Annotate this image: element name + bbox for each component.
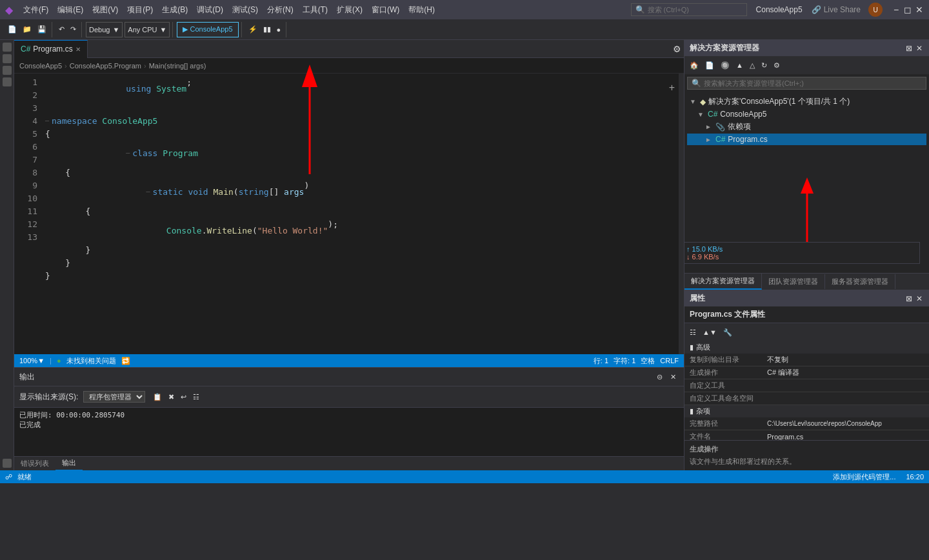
tab-close-btn[interactable]: ✕ [75,46,81,53]
se-tree: ▼ ◆ 解决方案'ConsoleApp5'(1 个项目/共 1 个) ▼ C# … [684,92,929,273]
open-btn[interactable]: 📁 [20,22,34,37]
prop-header: 属性 ⊠ ✕ [684,290,929,306]
live-share-button[interactable]: 🔗 Live Share [812,5,861,14]
se-tb-btn-6[interactable]: ↻ [759,57,770,73]
prop-build-value[interactable]: C# 编译器 [767,368,924,377]
prop-copy-value[interactable]: 不复制 [767,355,924,365]
menu-project[interactable]: 项目(P) [123,3,157,17]
search-input[interactable] [648,6,732,14]
sidebar-icon-3[interactable] [3,66,12,75]
output-filter-btn[interactable]: ☷ [190,389,202,405]
menu-analyze[interactable]: 分析(N) [263,3,297,17]
menu-edit[interactable]: 编辑(E) [54,3,87,17]
menu-window[interactable]: 窗口(W) [368,3,403,17]
menu-test[interactable]: 测试(S) [228,3,262,17]
output-source-select[interactable]: 程序包管理器 [83,391,145,403]
branch-icon: 🔁 [121,357,130,365]
se-tab-solution[interactable]: 解决方案资源管理器 [684,274,762,290]
menu-extensions[interactable]: 扩展(X) [333,3,366,17]
redo-btn[interactable]: ↷ [68,22,79,37]
se-close-btn[interactable]: ✕ [915,44,924,53]
se-tb-btn-2[interactable]: 📄 [703,57,717,73]
user-avatar[interactable]: U [868,3,883,17]
sidebar-icon-2[interactable] [3,54,12,63]
restore-button[interactable]: ◻ [903,5,912,14]
sidebar-icon-5[interactable] [3,459,12,468]
se-pin-btn[interactable]: ⊠ [904,44,914,53]
se-tb-btn-1[interactable]: 🏠 [687,57,701,73]
tree-project[interactable]: ▼ C# ConsoleApp5 [687,108,926,120]
col-info: 字符: 1 [614,356,635,366]
close-button[interactable]: ✕ [915,5,924,14]
output-wrap-btn[interactable]: ↩ [178,389,189,405]
output-close-btn[interactable]: ✕ [668,369,679,385]
prop-sort-btn[interactable]: ▲▼ [700,325,719,340]
se-tb-btn-3[interactable]: 🔘 [718,57,732,73]
tab-program-cs[interactable]: C# Program.cs ✕ [14,40,88,58]
break-all-btn[interactable]: ▮▮ [261,22,274,37]
prop-section-misc[interactable]: ▮ 杂项 [684,405,929,417]
fold-icon-7[interactable]: ─ [146,186,150,199]
se-tb-btn-4[interactable]: ▲ [734,57,746,73]
sidebar-icon-1[interactable] [3,43,12,52]
menu-tools[interactable]: 工具(T) [299,3,332,17]
save-btn[interactable]: 💾 [35,22,49,37]
fold-icon-3[interactable]: ─ [45,115,49,128]
output-clear-btn[interactable]: ✖ [166,389,177,405]
menu-debug[interactable]: 调试(D) [193,3,227,17]
source-control-btn[interactable]: 添加到源代码管理... [833,472,895,482]
breakpoint-btn[interactable]: ● [274,22,284,37]
prop-close-btn[interactable]: ✕ [915,294,924,303]
prop-fullpath-value[interactable]: C:\Users\Levi\source\repos\ConsoleApp [767,420,924,427]
new-file-btn[interactable]: 📄 [5,22,19,37]
sidebar-icon-4[interactable] [3,77,12,86]
tree-dependencies[interactable]: ► 📎 依赖项 [687,120,926,134]
vs-logo: ◆ [5,4,13,16]
code-editor[interactable]: 1 2 3 4 5 6 7 8 9 10 11 12 13 using [14,74,684,354]
se-tb-btn-5[interactable]: △ [747,57,757,73]
menu-file[interactable]: 文件(F) [19,3,52,17]
se-tabs: 解决方案资源管理器 团队资源管理器 服务器资源管理器 [684,273,929,290]
se-search-bar[interactable]: 🔍 [687,77,926,90]
fold-icon-5[interactable]: ─ [126,147,130,160]
breadcrumb-project[interactable]: ConsoleApp5 [19,62,62,70]
menu-build[interactable]: 生成(B) [158,3,192,17]
code-content[interactable]: using System; ─namespace ConsoleApp5 { ─… [40,74,679,354]
output-pin-btn[interactable]: ⊝ [654,369,665,385]
se-tb-btn-7[interactable]: ⚙ [771,57,783,73]
breadcrumb-method[interactable]: Main(string[] args) [149,62,206,70]
menu-view[interactable]: 视图(V) [88,3,122,17]
prop-pin-btn[interactable]: ⊠ [904,294,914,303]
encoding-info: CRLF [660,357,679,365]
title-search[interactable]: 🔍 [631,3,747,16]
run-button[interactable]: ▶ ConsoleApp5 [177,22,238,37]
tree-solution[interactable]: ▼ ◆ 解决方案'ConsoleApp5'(1 个项目/共 1 个) [687,95,926,108]
output-copy-btn[interactable]: 📋 [150,389,165,405]
run-group: ▶ ConsoleApp5 [174,22,241,37]
attach-btn[interactable]: ⚡ [246,22,260,37]
output-content: 已用时间: 00:00:00.2805740 已完成 [14,408,684,456]
menu-help[interactable]: 帮助(H) [405,3,439,17]
prop-grid-btn[interactable]: ☷ [687,325,699,340]
debug-config-dropdown[interactable]: Debug ▼ [86,22,123,37]
se-tab-team[interactable]: 团队资源管理器 [762,274,825,289]
tab-output[interactable]: 输出 [55,457,83,471]
project-icon: C# [708,110,717,119]
tab-error-list[interactable]: 错误列表 [14,457,55,471]
undo-btn[interactable]: ↶ [56,22,67,37]
editor-container: C# Program.cs ✕ ⚙ ConsoleApp5 › ConsoleA… [14,40,684,470]
tree-program-cs[interactable]: ► C# Program.cs [687,134,926,145]
minimize-button[interactable]: − [892,5,901,14]
prop-table: ▮ 高级 复制到输出目录 不复制 生成操作 C# 编译器 自定义工具 自定义工具… [684,341,929,440]
se-search-input[interactable] [704,79,922,87]
se-tab-server[interactable]: 服务器资源管理器 [825,274,895,289]
prop-filename-value[interactable]: Program.cs [767,433,924,441]
prop-section-advanced[interactable]: ▮ 高级 [684,341,929,354]
scroll-add-btn[interactable]: + [666,80,677,95]
no-issues-icon: ● [57,357,61,365]
platform-dropdown[interactable]: Any CPU ▼ [125,22,170,37]
breadcrumb-class[interactable]: ConsoleApp5.Program [70,62,141,70]
prop-file-title: Program.cs 文件属性 [684,306,929,323]
prop-wrench-icon[interactable]: 🔧 [721,325,735,340]
gear-icon[interactable]: ⚙ [670,41,684,57]
